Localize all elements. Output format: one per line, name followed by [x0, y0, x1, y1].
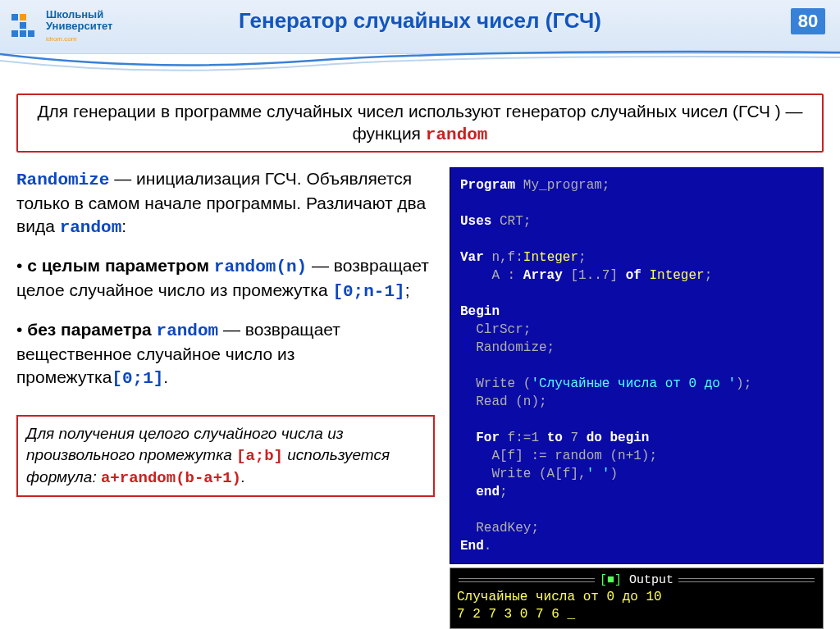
- c2b: CRT;: [491, 214, 531, 229]
- logo: Школьный Университет idrom.com: [0, 9, 112, 45]
- output-window: [■] Output Случайные числа от 0 до 10 7 …: [450, 567, 824, 629]
- logo-text: Школьный Университет idrom.com: [46, 9, 112, 45]
- c15b: .: [484, 539, 492, 554]
- c12b: ' ': [587, 467, 610, 481]
- c9: Read (n);: [460, 394, 547, 409]
- c2a: Uses: [460, 214, 491, 229]
- c1a: Program: [460, 178, 515, 193]
- bullet1: •: [16, 256, 27, 275]
- intro-box: Для генерации в программе случайных чисе…: [16, 93, 824, 153]
- page-number: 80: [791, 8, 825, 34]
- c4e: [641, 268, 650, 283]
- c4d: of: [626, 268, 641, 283]
- code-random1: random: [60, 218, 122, 237]
- svg-rect-1: [20, 14, 26, 21]
- c3c: Integer: [523, 250, 578, 265]
- c8a: Write (: [460, 376, 531, 391]
- slide-header: Школьный Университет idrom.com Генератор…: [0, 0, 840, 54]
- c11: A[f] := random (n+1);: [460, 449, 657, 463]
- c10g: [602, 431, 610, 445]
- para-no-param: • без параметра random — возвращает веще…: [16, 318, 435, 390]
- c5: Begin: [460, 304, 500, 319]
- c8b: 'Случайные числа от 0 до ': [531, 376, 736, 391]
- para-randomize: Randomize — инициализация ГСЧ. Объявляет…: [16, 167, 435, 239]
- c3a: Var: [460, 250, 484, 265]
- c4b: Array: [523, 268, 563, 283]
- intro-text: Для генерации в программе случайных чисе…: [37, 102, 802, 143]
- c10e: 7: [563, 431, 587, 445]
- svg-rect-4: [20, 30, 26, 37]
- p3-dot: .: [163, 367, 168, 386]
- output-title: [■] Output: [457, 572, 816, 589]
- logo-sub: idrom.com: [46, 35, 76, 43]
- svg-rect-3: [11, 30, 18, 37]
- logo-line1: Школьный: [46, 8, 103, 21]
- content-row: Randomize — инициализация ГСЧ. Объявляет…: [16, 167, 824, 629]
- c3b: n,f:: [484, 250, 523, 265]
- c15a: End: [460, 539, 484, 554]
- bullet2: •: [16, 320, 27, 339]
- p3-bold: без параметра: [27, 320, 156, 339]
- code-random2: random: [157, 321, 219, 340]
- output-line2: 7 2 7 3 0 7 6 _: [457, 606, 816, 623]
- c14: ReadKey;: [460, 521, 539, 536]
- code-random-n: random(n): [214, 258, 307, 276]
- c12c: ): [609, 467, 618, 481]
- out-title-text: Output: [622, 573, 673, 587]
- c4a: A :: [460, 268, 523, 283]
- c10b: For: [476, 431, 500, 445]
- c6: ClrScr;: [460, 322, 531, 337]
- formula-code: a+random(b-a+1): [101, 469, 241, 487]
- p1-end: :: [121, 217, 126, 235]
- c8c: );: [736, 376, 751, 391]
- right-column: Program My_program; Uses CRT; Var n,f:In…: [450, 167, 824, 629]
- svg-rect-5: [28, 30, 34, 37]
- output-line1: Случайные числа от 0 до 10: [457, 589, 816, 606]
- c13a: [460, 485, 476, 499]
- c10d: to: [547, 431, 563, 445]
- code-randomize: Randomize: [16, 171, 109, 189]
- c3d: ;: [578, 250, 587, 265]
- code-window: Program My_program; Uses CRT; Var n,f:In…: [450, 167, 824, 564]
- logo-line2: Университет: [46, 20, 112, 32]
- svg-rect-2: [20, 22, 26, 29]
- header-curve: [0, 49, 840, 79]
- c10a: [460, 431, 476, 445]
- logo-icon: [8, 11, 41, 43]
- range-0-1: [0;1]: [112, 369, 163, 388]
- page-title: Генератор случайных чисел (ГСЧ): [239, 8, 601, 34]
- formula-range: [a;b]: [236, 447, 283, 465]
- c12a: Write (A[f],: [460, 467, 587, 481]
- c10h: begin: [609, 431, 649, 445]
- p2-semi: ;: [405, 280, 410, 299]
- c4g: ;: [705, 268, 713, 283]
- range-0-n1: [0;n-1]: [332, 282, 404, 301]
- c4f: Integer: [649, 268, 704, 283]
- formula-box: Для получения целого случайного числа из…: [16, 415, 435, 497]
- para-int-param: • с целым параметром random(n) — возвращ…: [16, 254, 435, 303]
- c13b: end: [476, 485, 500, 499]
- out-sq: [■]: [600, 573, 622, 587]
- formula-dot: .: [241, 468, 245, 485]
- intro-code: random: [426, 125, 488, 144]
- c1b: My_program;: [515, 178, 609, 193]
- out-l2: 7 2 7 3 0 7 6 _: [457, 607, 575, 622]
- c7: Randomize;: [460, 340, 555, 355]
- c10f: do: [587, 431, 602, 445]
- c10c: f:=1: [500, 431, 547, 445]
- c4c: [1..7]: [563, 268, 626, 283]
- left-column: Randomize — инициализация ГСЧ. Объявляет…: [16, 167, 435, 629]
- p2-bold: с целым параметром: [27, 256, 214, 275]
- c13c: ;: [500, 485, 508, 499]
- svg-rect-0: [11, 14, 18, 21]
